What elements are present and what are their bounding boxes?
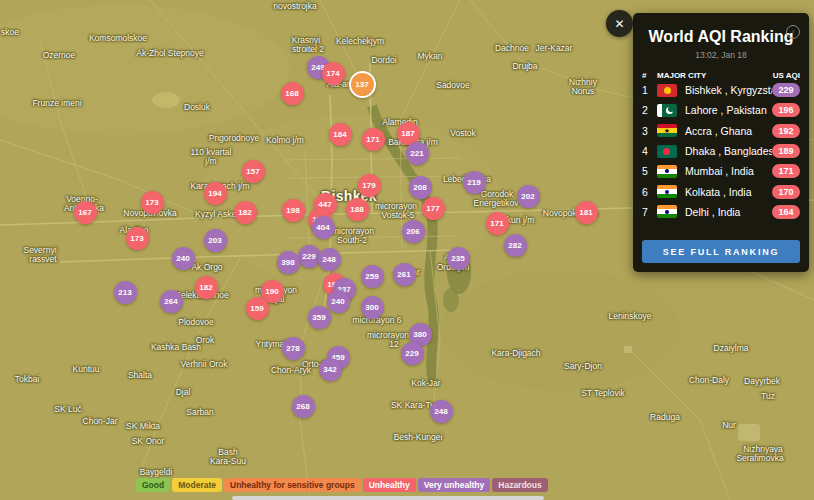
panel-timestamp: 13:02, Jan 18 [633, 50, 809, 60]
aqi-marker[interactable]: 278 [282, 337, 305, 360]
aqi-marker[interactable]: 229 [401, 342, 424, 365]
horizontal-scrollbar[interactable] [232, 496, 544, 500]
aqi-marker[interactable]: 259 [361, 265, 384, 288]
aqi-value-badge: 164 [772, 205, 800, 219]
legend-item: Moderate [172, 478, 222, 492]
aqi-marker[interactable]: 203 [204, 229, 227, 252]
aqi-marker[interactable]: 171 [486, 212, 509, 235]
aqi-marker[interactable]: 300 [361, 296, 384, 319]
aqi-value-badge: 170 [772, 185, 800, 199]
aqi-marker[interactable]: 202 [517, 185, 540, 208]
aqi-marker[interactable]: 359 [308, 306, 331, 329]
aqi-marker[interactable]: 206 [402, 220, 425, 243]
legend-item: Unhealthy [363, 478, 416, 492]
rank-number: 2 [642, 104, 657, 116]
legend-item: Unhealthy for sensitive groups [224, 478, 361, 492]
legend-item: Good [136, 478, 170, 492]
aqi-marker[interactable]: 240 [172, 247, 195, 270]
aqi-marker[interactable]: 137 [349, 71, 376, 98]
world-aqi-ranking-panel: i World AQI Ranking 13:02, Jan 18 # MAJO… [633, 13, 809, 272]
aqi-map-screen: novostrojkaskoeKomsomolskoeOzernoeAk-Zho… [0, 0, 814, 500]
info-icon[interactable]: i [786, 25, 800, 39]
aqi-marker[interactable]: 179 [358, 174, 381, 197]
rank-number: 5 [642, 165, 657, 177]
ranking-row[interactable]: 1Bishkek , Kyrgyzstan229 [633, 80, 809, 100]
header-aqi: US AQI [773, 71, 800, 80]
aqi-marker[interactable]: 182 [234, 201, 257, 224]
ranking-row[interactable]: 7Delhi , India164 [633, 202, 809, 222]
aqi-marker[interactable]: 198 [282, 199, 305, 222]
ranking-row[interactable]: 3Accra , Ghana192 [633, 121, 809, 141]
ranking-row[interactable]: 5Mumbai , India171 [633, 161, 809, 181]
aqi-marker[interactable]: 398 [277, 251, 300, 274]
ranking-row[interactable]: 6Kolkata , India170 [633, 181, 809, 201]
aqi-marker[interactable]: 264 [160, 290, 183, 313]
pakistan-flag-icon [657, 104, 677, 117]
aqi-marker[interactable]: 159 [246, 297, 269, 320]
aqi-marker[interactable]: 282 [504, 234, 527, 257]
aqi-marker[interactable]: 240 [327, 290, 350, 313]
rank-number: 1 [642, 84, 657, 96]
aqi-marker[interactable]: 171 [362, 128, 385, 151]
aqi-marker[interactable]: 174 [322, 62, 345, 85]
legend-item: Hazardous [492, 478, 547, 492]
city-name: Lahore , Pakistan [685, 104, 772, 116]
aqi-marker[interactable]: 221 [406, 142, 429, 165]
aqi-marker[interactable]: 173 [126, 227, 149, 250]
aqi-value-badge: 229 [772, 83, 800, 97]
aqi-marker[interactable]: 213 [114, 281, 137, 304]
rank-number: 3 [642, 125, 657, 137]
rank-number: 4 [642, 145, 657, 157]
aqi-marker[interactable]: 404 [312, 216, 335, 239]
aqi-marker[interactable]: 235 [447, 247, 470, 270]
india-flag-icon [657, 185, 677, 198]
india-flag-icon [657, 165, 677, 178]
aqi-marker[interactable]: 342 [319, 358, 342, 381]
rank-number: 7 [642, 206, 657, 218]
panel-title: World AQI Ranking [633, 28, 809, 46]
city-name: Mumbai , India [685, 165, 772, 177]
aqi-marker[interactable]: 173 [141, 191, 164, 214]
ranking-row[interactable]: 4Dhaka , Bangladesh189 [633, 141, 809, 161]
aqi-value-badge: 192 [772, 124, 800, 138]
aqi-marker[interactable]: 167 [74, 201, 97, 224]
city-name: Accra , Ghana [685, 125, 772, 137]
aqi-legend: GoodModerateUnhealthy for sensitive grou… [136, 478, 548, 492]
header-city: MAJOR CITY [657, 71, 773, 80]
legend-item: Very unhealthy [418, 478, 490, 492]
aqi-value-badge: 171 [772, 164, 800, 178]
rank-number: 6 [642, 186, 657, 198]
india-flag-icon [657, 205, 677, 218]
city-name: Kolkata , India [685, 186, 772, 198]
aqi-marker[interactable]: 229 [298, 245, 321, 268]
aqi-marker[interactable]: 188 [346, 198, 369, 221]
header-rank: # [642, 71, 657, 80]
aqi-marker[interactable]: 194 [204, 182, 227, 205]
aqi-marker[interactable]: 168 [281, 82, 304, 105]
aqi-marker[interactable]: 248 [318, 248, 341, 271]
bangladesh-flag-icon [657, 145, 677, 158]
kyrgyzstan-flag-icon [657, 84, 677, 97]
aqi-marker[interactable]: 219 [463, 171, 486, 194]
aqi-marker[interactable]: 268 [292, 395, 315, 418]
aqi-marker[interactable]: 208 [409, 176, 432, 199]
ranking-header-row: # MAJOR CITY US AQI [633, 71, 809, 80]
city-name: Bishkek , Kyrgyzstan [685, 84, 772, 96]
aqi-marker[interactable]: 181 [575, 201, 598, 224]
close-icon[interactable]: ✕ [606, 10, 633, 37]
see-full-ranking-button[interactable]: SEE FULL RANKING [642, 240, 800, 263]
city-name: Dhaka , Bangladesh [685, 145, 772, 157]
city-name: Delhi , India [685, 206, 772, 218]
aqi-value-badge: 196 [772, 103, 800, 117]
ranking-rows: 1Bishkek , Kyrgyzstan2292Lahore , Pakist… [633, 80, 809, 222]
aqi-marker[interactable]: 248 [430, 400, 453, 423]
aqi-value-badge: 189 [772, 144, 800, 158]
ghana-flag-icon [657, 124, 677, 137]
aqi-marker[interactable]: 261 [393, 263, 416, 286]
ranking-row[interactable]: 2Lahore , Pakistan196 [633, 100, 809, 120]
aqi-marker[interactable]: 184 [329, 123, 352, 146]
aqi-marker[interactable]: 182 [195, 276, 218, 299]
aqi-marker[interactable]: 177 [422, 197, 445, 220]
aqi-marker[interactable]: 157 [242, 160, 265, 183]
